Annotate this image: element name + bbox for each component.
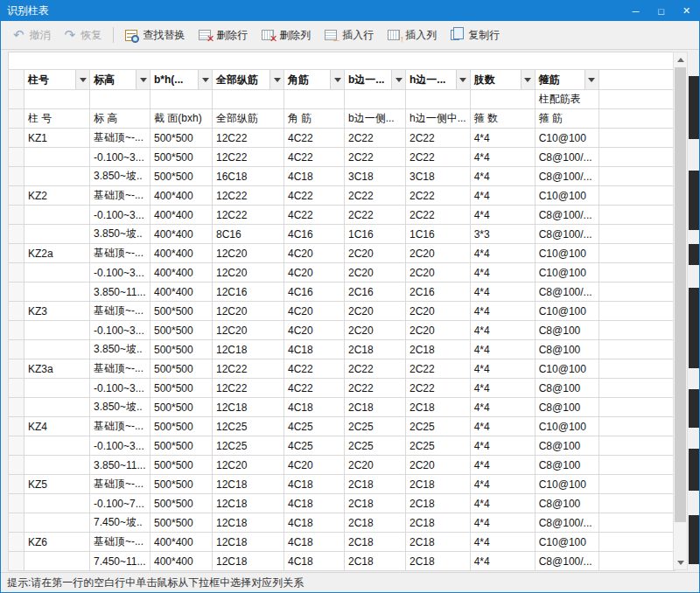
grid-cell[interactable]: 4C22	[284, 206, 345, 225]
grid-cell[interactable]: 500*500	[150, 359, 213, 379]
column-mapping-dropdown-5[interactable]: 角筋	[284, 70, 345, 90]
grid-cell[interactable]: -0.100~7...	[90, 494, 150, 513]
grid-cell[interactable]: 4*4	[470, 340, 535, 359]
grid-cell-empty[interactable]	[598, 379, 675, 398]
grid-cell[interactable]: 3.850~11...	[90, 283, 150, 302]
grid-cell-empty[interactable]	[598, 436, 675, 456]
grid-cell[interactable]: 500*500	[150, 340, 213, 359]
column-mapping-dropdown-3[interactable]: b*h(...	[150, 70, 213, 90]
grid-cell[interactable]: 2C18	[406, 513, 471, 533]
grid-cell[interactable]: 2C18	[345, 533, 406, 552]
grid-cell[interactable]: 4C20	[284, 263, 345, 283]
grid-cell[interactable]	[24, 225, 90, 244]
grid-cell[interactable]	[150, 90, 213, 109]
grid-cell-empty[interactable]	[598, 359, 675, 379]
grid-cell[interactable]: 基础顶~-...	[90, 475, 150, 494]
scrollbar-thumb[interactable]	[675, 67, 686, 522]
grid-cell[interactable]: 4*4	[470, 148, 535, 167]
grid-subheader-cell[interactable]: 柱 号	[24, 109, 90, 129]
grid-cell-empty[interactable]	[598, 70, 675, 90]
grid-cell[interactable]: KZ3	[24, 302, 90, 321]
grid-cell[interactable]: 2C18	[406, 552, 471, 571]
chevron-down-icon[interactable]	[521, 70, 535, 89]
grid-cell[interactable]: 3.850~坡..	[90, 340, 150, 359]
grid-cell-empty[interactable]	[598, 533, 675, 552]
grid-cell[interactable]: 2C22	[406, 148, 471, 167]
grid-cell[interactable]: 4*4	[470, 417, 535, 436]
grid-cell[interactable]: 4C18	[284, 533, 345, 552]
grid-cell[interactable]: 4C20	[284, 321, 345, 340]
grid-cell[interactable]: 4*4	[470, 398, 535, 417]
grid-cell[interactable]: 8C16	[213, 225, 284, 244]
grid-cell[interactable]: 2C18	[345, 552, 406, 571]
grid-cell[interactable]: 2C22	[345, 148, 406, 167]
chevron-down-icon[interactable]	[391, 70, 405, 89]
grid-cell[interactable]: 4*4	[470, 167, 535, 186]
grid-cell[interactable]: 400*400	[150, 186, 213, 206]
grid-cell-empty[interactable]	[598, 513, 675, 533]
grid-cell-empty[interactable]	[598, 148, 675, 167]
grid-cell[interactable]: 12C20	[213, 321, 284, 340]
grid-cell[interactable]	[90, 90, 150, 109]
grid-cell[interactable]: 2C18	[345, 475, 406, 494]
chevron-down-icon[interactable]	[456, 70, 470, 89]
scroll-up-button[interactable]	[674, 52, 687, 66]
grid-cell[interactable]: 4C18	[284, 340, 345, 359]
grid-cell[interactable]: 4C25	[284, 417, 345, 436]
grid-cell[interactable]: 16C18	[213, 167, 284, 186]
toolbar-button-delete-column[interactable]: 删除列	[255, 24, 318, 46]
grid-cell[interactable]: 3.850~11...	[90, 456, 150, 475]
grid-subheader-cell[interactable]: h边一侧中...	[406, 109, 471, 129]
grid-cell[interactable]: 500*500	[150, 321, 213, 340]
grid-cell[interactable]: 2C20	[406, 302, 471, 321]
grid-cell[interactable]: 4C20	[284, 456, 345, 475]
grid-cell[interactable]: C8@100/...	[535, 552, 598, 571]
grid-cell[interactable]: 4C18	[284, 552, 345, 571]
grid-cell[interactable]: 2C18	[406, 340, 471, 359]
grid-cell[interactable]: 500*500	[150, 129, 213, 148]
chevron-down-icon[interactable]	[270, 70, 284, 89]
grid-cell[interactable]: 500*500	[150, 167, 213, 186]
grid-cell[interactable]: 2C20	[406, 456, 471, 475]
grid-cell[interactable]: C8@100	[535, 494, 598, 513]
grid-cell[interactable]: 基础顶~-...	[90, 186, 150, 206]
grid-cell[interactable]: 基础顶~-...	[90, 359, 150, 379]
grid-cell[interactable]	[24, 513, 90, 533]
grid-cell[interactable]: C8@100/...	[535, 513, 598, 533]
column-mapping-dropdown-2[interactable]: 标高	[90, 70, 150, 90]
grid-cell[interactable]: 2C18	[406, 533, 471, 552]
grid-cell[interactable]: 4C16	[284, 225, 345, 244]
grid-cell[interactable]: 4*4	[470, 206, 535, 225]
grid-cell[interactable]: C10@100	[535, 359, 598, 379]
grid-cell[interactable]: C8@100	[535, 398, 598, 417]
grid-subheader-cell[interactable]: 箍 数	[470, 109, 535, 129]
grid-cell[interactable]: 2C22	[345, 359, 406, 379]
column-mapping-dropdown-4[interactable]: 全部纵筋	[213, 70, 284, 90]
grid-cell[interactable]: C8@100	[535, 379, 598, 398]
grid-subheader-cell[interactable]: 全部纵筋	[213, 109, 284, 129]
grid-cell[interactable]: 400*400	[150, 263, 213, 283]
grid-cell[interactable]: 4C22	[284, 359, 345, 379]
toolbar-button-undo[interactable]: 撤消	[6, 24, 58, 46]
grid-cell[interactable]	[24, 283, 90, 302]
grid-cell[interactable]: 3.850~坡..	[90, 398, 150, 417]
grid-cell[interactable]: KZ5	[24, 475, 90, 494]
grid-cell[interactable]: 3.850~坡..	[90, 225, 150, 244]
grid-cell-empty[interactable]	[598, 244, 675, 263]
grid-cell[interactable]: 3C18	[406, 167, 471, 186]
grid-cell[interactable]: 500*500	[150, 475, 213, 494]
grid-cell[interactable]: 4C25	[284, 436, 345, 456]
grid-cell[interactable]: 基础顶~-...	[90, 302, 150, 321]
grid-cell-empty[interactable]	[598, 225, 675, 244]
grid-cell[interactable]: 3*3	[470, 225, 535, 244]
grid-cell[interactable]: 500*500	[150, 456, 213, 475]
grid-cell[interactable]: KZ3a	[24, 359, 90, 379]
grid-cell[interactable]: 2C18	[345, 494, 406, 513]
close-button[interactable]: ✕	[674, 1, 699, 21]
grid-cell[interactable]: 2C20	[345, 321, 406, 340]
grid-cell[interactable]: 4*4	[470, 263, 535, 283]
grid-cell[interactable]: -0.100~3...	[90, 379, 150, 398]
grid-cell[interactable]: 12C25	[213, 417, 284, 436]
grid-cell[interactable]: C8@100/...	[535, 167, 598, 186]
grid-cell[interactable]: 2C18	[406, 398, 471, 417]
